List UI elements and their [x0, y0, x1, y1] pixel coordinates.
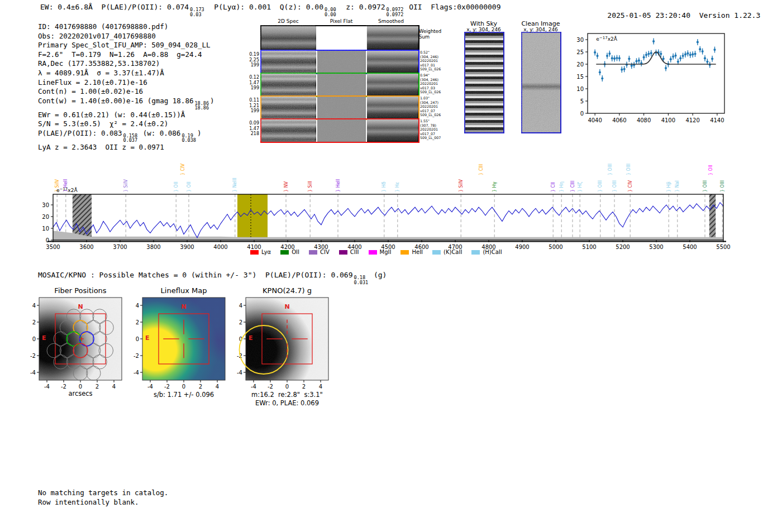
data-point [694, 52, 696, 55]
main-spectrum-plot: } SiIV} HeII} SiIV} OII} CIV} OII} NeIII… [42, 163, 730, 250]
svg-text:3800: 3800 [146, 244, 160, 250]
svg-text:4060: 4060 [612, 117, 626, 123]
info-line: P(LAE)/P(OII): 0.0830.1580.037 (w: 0.086… [38, 129, 214, 143]
info-line: EWr = 0.61(±0.21) (w: 0.44(±0.15))Å [38, 111, 214, 120]
stacked-range: 0.180.031 [354, 275, 369, 285]
svg-text:0: 0 [79, 384, 82, 390]
data-point [679, 57, 681, 59]
data-point [670, 58, 672, 60]
emission-line-label: } Hβ [666, 181, 671, 192]
svg-text:4140: 4140 [710, 117, 724, 123]
data-point [611, 57, 613, 59]
data-point [616, 57, 618, 59]
info-line: λ = 4089.91Å σ = 3.37(±1.47)Å [38, 69, 214, 78]
data-point [660, 52, 662, 55]
svg-text:-4: -4 [237, 370, 242, 376]
spec2d-cell-image [261, 119, 316, 142]
svg-text:5200: 5200 [616, 244, 630, 250]
fit-plot: 404040604080410041204140051015202530e−17… [576, 33, 724, 123]
legend-swatch [250, 250, 259, 255]
spectrum-legend: LyαOIICIVCIIIMgIIHeII(K)CaII(H)CaII [250, 249, 502, 255]
emission-line-label: } HeII [63, 179, 68, 192]
legend-swatch [432, 250, 441, 255]
data-point [633, 64, 635, 66]
svg-text:5: 5 [580, 98, 584, 104]
data-point [623, 68, 626, 70]
data-point [599, 71, 601, 73]
spec2d-cell-image [367, 74, 418, 96]
spec2d-row-right-labels: 1.55"(307, 78)20220201v017_07509_LL_007 [420, 119, 446, 140]
data-point [686, 52, 689, 55]
detection-highlight-band [237, 194, 268, 240]
info-line: Cont(n) = 1.00(±0.02)e-16 [38, 87, 214, 97]
svg-text:3500: 3500 [46, 244, 60, 250]
spec2d-cell-image [261, 97, 316, 119]
svg-text:-4: -4 [147, 384, 153, 390]
lineflux-map-title: Lineflux Map [139, 286, 228, 295]
data-point [628, 57, 630, 60]
emission-line-label: } OIII [608, 164, 613, 175]
spec2d-row-left-labels: 0.091.47218 [246, 121, 259, 137]
svg-text:4900: 4900 [515, 244, 529, 250]
data-point [713, 49, 716, 51]
legend-item: Lyα [250, 249, 271, 255]
info-line: F=2.6" T=0.179 N=1.26 A=0.88 g=24.4 [38, 50, 214, 60]
kpno-image [246, 298, 328, 380]
data-point [626, 64, 628, 66]
emission-line-label: } NeIII [232, 178, 237, 192]
fiber-xlabel: arcsecs [36, 390, 125, 397]
stacked-range: 0.09720.0972 [387, 7, 404, 17]
info-line: Obs: 20220201v017_4017698880 [38, 32, 214, 41]
summary-header-line: EW: 0.4±6.8Å P(LAE)/P(OII): 0.0740.1730.… [40, 3, 501, 17]
flux-units-label: e−17x2Å [596, 36, 617, 42]
svg-text:3600: 3600 [79, 244, 93, 250]
info-line: RA,Dec (177.353882,53.138702) [38, 59, 214, 69]
emission-line-label: } OIII [612, 180, 617, 192]
spec2d-cell-image [367, 119, 418, 142]
error-band [53, 231, 723, 240]
gaussian-fit-line [596, 52, 716, 64]
svg-text:4: 4 [112, 384, 116, 390]
data-point [613, 57, 616, 60]
data-point [677, 61, 679, 63]
svg-text:-2: -2 [164, 384, 170, 390]
legend-item: CIV [309, 249, 330, 255]
svg-text:2: 2 [136, 319, 139, 325]
svg-text:-2: -2 [133, 353, 139, 359]
svg-text:4040: 4040 [588, 117, 602, 123]
svg-text:20: 20 [576, 61, 584, 68]
data-point [672, 55, 674, 57]
emission-line-label: } CII [551, 182, 556, 192]
spec2d-row [260, 118, 419, 143]
spec2d-row [260, 73, 419, 97]
svg-text:2: 2 [302, 384, 306, 390]
emission-line-label: } CIV [180, 163, 185, 175]
emission-line-label: } Hγ [492, 181, 497, 192]
legend-item: HeII [400, 249, 423, 255]
svg-text:-2: -2 [237, 353, 242, 359]
svg-text:2: 2 [199, 384, 202, 390]
svg-text:0: 0 [46, 237, 49, 243]
svg-text:4: 4 [239, 303, 242, 309]
elixer-report-page: 404040604080410041204140051015202530e−17… [0, 0, 782, 532]
svg-text:2: 2 [96, 384, 99, 390]
data-point [601, 77, 603, 79]
legend-swatch [471, 250, 480, 255]
svg-text:4: 4 [319, 384, 322, 390]
data-point [596, 55, 598, 57]
data-point [684, 53, 686, 55]
spec2d-weighted-smoothed-image [367, 26, 418, 50]
flux-units-label: e−17x2Å [56, 187, 78, 193]
svg-text:5500: 5500 [716, 244, 730, 250]
emission-line-label: } OIII [626, 164, 631, 175]
emission-line-label: } Hη [559, 181, 564, 192]
emission-line-label: } OII [174, 181, 179, 192]
svg-text:0: 0 [182, 384, 185, 390]
spec2d-row-right-labels: 0.52"(304, 246)20220201v017_01509_LL_026 [420, 50, 446, 71]
spec2d-cell-image [261, 74, 316, 96]
emission-line-label: } CIII [570, 181, 575, 192]
data-point [635, 60, 637, 63]
spec2d-cell-image [367, 97, 418, 119]
info-line: ID: 4017698880 (4017698880.pdf) [38, 22, 214, 32]
emission-line-label: } OIII [703, 180, 708, 192]
